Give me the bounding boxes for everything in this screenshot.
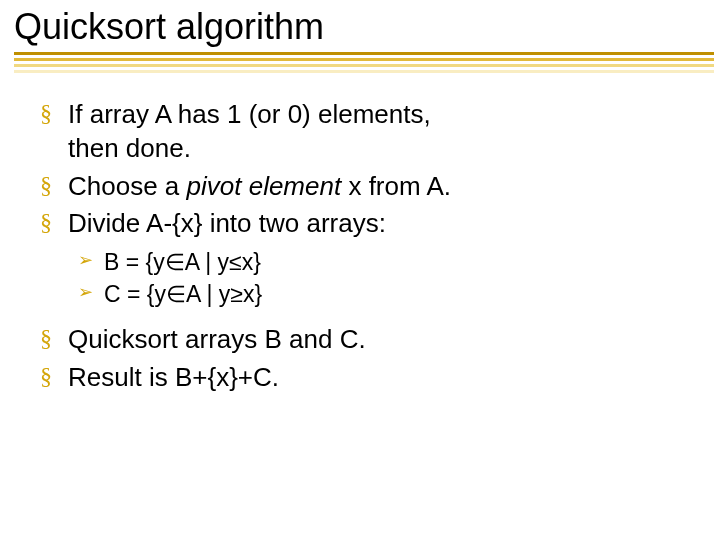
pivot-element-text: pivot element bbox=[187, 171, 342, 201]
bullet-text-1b: then done. bbox=[68, 133, 191, 163]
slide: Quicksort algorithm If array A has 1 (or… bbox=[0, 0, 720, 540]
bullet-item-5: Result is B+{x}+C. bbox=[40, 359, 698, 397]
bullet-text-1a: If array A has 1 (or 0) elements, bbox=[68, 99, 431, 129]
title-block: Quicksort algorithm bbox=[0, 0, 720, 78]
rule-line-1 bbox=[14, 52, 714, 55]
sub-bullet-1: B = {y∈A | y≤x} bbox=[78, 247, 698, 279]
rule-line-4 bbox=[14, 70, 714, 73]
sub-bullet-2-text: C = {y∈A | y≥x} bbox=[104, 281, 262, 307]
sub-bullet-1-text: B = {y∈A | y≤x} bbox=[104, 249, 261, 275]
bullet-item-4: Quicksort arrays B and C. bbox=[40, 321, 698, 359]
bullet-text-2b: x from A. bbox=[341, 171, 451, 201]
bullet-item-2: Choose a pivot element x from A. bbox=[40, 168, 698, 206]
bullet-item-3: Divide A-{x} into two arrays: B = {y∈A |… bbox=[40, 205, 698, 321]
bullet-text-2a: Choose a bbox=[68, 171, 187, 201]
rule-line-2 bbox=[14, 58, 714, 61]
bullet-text-4: Quicksort arrays B and C. bbox=[68, 324, 366, 354]
sub-bullet-list: B = {y∈A | y≤x} C = {y∈A | y≥x} bbox=[68, 247, 698, 311]
sub-bullet-2: C = {y∈A | y≥x} bbox=[78, 279, 698, 311]
page-title: Quicksort algorithm bbox=[14, 6, 706, 48]
bullet-text-3: Divide A-{x} into two arrays: bbox=[68, 208, 386, 238]
bullet-text-5: Result is B+{x}+C. bbox=[68, 362, 279, 392]
bullet-list: If array A has 1 (or 0) elements, then d… bbox=[40, 96, 698, 397]
body-text: If array A has 1 (or 0) elements, then d… bbox=[0, 78, 720, 397]
rule-line-3 bbox=[14, 64, 714, 67]
title-underline bbox=[14, 52, 706, 78]
bullet-item-1: If array A has 1 (or 0) elements, then d… bbox=[40, 96, 698, 168]
